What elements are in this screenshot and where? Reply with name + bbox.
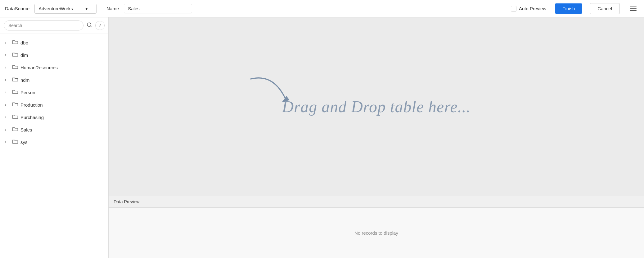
chevron-right-icon: › xyxy=(5,140,10,144)
schema-name: Production xyxy=(20,102,43,108)
folder-icon xyxy=(12,127,18,133)
drag-drop-text: Drag and Drop table here... xyxy=(282,98,471,116)
drag-drop-visual: Drag and Drop table here... xyxy=(282,98,471,116)
folder-icon xyxy=(12,102,18,108)
schema-name: HumanResources xyxy=(20,65,58,70)
header: DataSource AdventureWorks ▾ Name Auto Pr… xyxy=(0,0,644,17)
schema-name: ndm xyxy=(20,77,29,83)
folder-icon xyxy=(12,64,18,71)
no-records-text: No records to display xyxy=(354,230,398,236)
chevron-right-icon: › xyxy=(5,103,10,107)
schema-name: Sales xyxy=(20,127,32,132)
folder-icon xyxy=(12,52,18,58)
folder-icon xyxy=(12,39,18,46)
svg-point-0 xyxy=(87,23,91,26)
auto-preview-container: Auto Preview xyxy=(511,6,546,12)
schema-item[interactable]: › dbo xyxy=(0,36,108,49)
menu-icon xyxy=(630,8,637,9)
schema-item[interactable]: › dim xyxy=(0,49,108,61)
svg-line-1 xyxy=(90,26,91,27)
svg-marker-2 xyxy=(282,96,290,102)
data-preview-content: No records to display xyxy=(109,208,644,258)
schema-name: Person xyxy=(20,90,35,95)
folder-icon xyxy=(12,139,18,145)
chevron-right-icon: › xyxy=(5,127,10,132)
folder-icon xyxy=(12,77,18,83)
data-preview-header: Data Preview xyxy=(109,196,644,208)
info-icon-button[interactable]: i xyxy=(95,21,105,30)
schema-item[interactable]: › Purchasing xyxy=(0,111,108,123)
chevron-right-icon: › xyxy=(5,115,10,119)
menu-icon xyxy=(630,10,637,11)
name-label: Name xyxy=(106,6,119,11)
info-icon: i xyxy=(99,23,101,28)
schema-item[interactable]: › Person xyxy=(0,86,108,99)
main-content: i › dbo › dim › xyxy=(0,17,644,258)
drag-arrow-icon xyxy=(245,73,307,110)
chevron-right-icon: › xyxy=(5,40,10,45)
schema-name: dbo xyxy=(20,40,28,45)
chevron-right-icon: › xyxy=(5,90,10,94)
name-input[interactable] xyxy=(124,4,192,13)
sidebar: i › dbo › dim › xyxy=(0,17,109,258)
search-icon xyxy=(87,22,92,28)
menu-button[interactable] xyxy=(627,5,639,12)
schema-list: › dbo › dim › HumanResources xyxy=(0,34,108,258)
drop-area[interactable]: Drag and Drop table here... xyxy=(109,17,644,196)
schema-item[interactable]: › Sales xyxy=(0,123,108,136)
schema-name: Purchasing xyxy=(20,115,44,120)
folder-icon xyxy=(12,114,18,120)
schema-name: dim xyxy=(20,53,28,58)
schema-item[interactable]: › HumanResources xyxy=(0,61,108,74)
right-panel: Drag and Drop table here... Data Preview… xyxy=(109,17,644,258)
search-container: i xyxy=(0,17,108,34)
auto-preview-label: Auto Preview xyxy=(519,6,546,11)
schema-item[interactable]: › sys xyxy=(0,136,108,148)
datasource-dropdown[interactable]: AdventureWorks ▾ xyxy=(34,4,97,14)
schema-item[interactable]: › ndm xyxy=(0,74,108,86)
search-icon-button[interactable] xyxy=(85,21,93,30)
search-input[interactable] xyxy=(4,21,83,30)
schema-item[interactable]: › Production xyxy=(0,99,108,111)
cancel-button[interactable]: Cancel xyxy=(590,3,620,14)
chevron-right-icon: › xyxy=(5,65,10,70)
datasource-value: AdventureWorks xyxy=(38,6,73,11)
auto-preview-checkbox[interactable] xyxy=(511,6,516,12)
data-preview-section: Data Preview No records to display xyxy=(109,196,644,258)
schema-name: sys xyxy=(20,140,28,145)
chevron-right-icon: › xyxy=(5,53,10,57)
chevron-down-icon: ▾ xyxy=(85,6,88,12)
menu-icon xyxy=(630,7,637,7)
chevron-right-icon: › xyxy=(5,78,10,82)
folder-icon xyxy=(12,89,18,95)
finish-button[interactable]: Finish xyxy=(555,3,582,14)
datasource-label: DataSource xyxy=(5,6,29,11)
